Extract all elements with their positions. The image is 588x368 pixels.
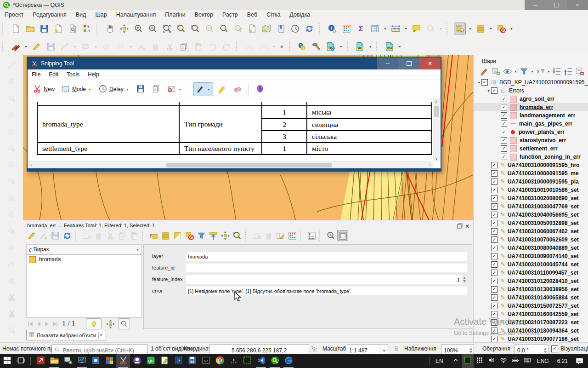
layer-item-function_zoning_in_err[interactable]: ✓function_zoning_in_err — [474, 153, 588, 161]
identify-features-button[interactable]: i — [326, 23, 338, 34]
layer-checkbox[interactable]: ✓ — [501, 154, 507, 160]
layer-checkbox[interactable]: ✓ — [491, 87, 498, 94]
deselect-features-button[interactable] — [495, 23, 507, 34]
snip-close-button[interactable]: ✕ — [419, 58, 441, 69]
toggle-editing-button[interactable] — [30, 40, 42, 52]
menu-растр[interactable]: Растр — [218, 12, 243, 18]
chevron-down-icon[interactable]: ▾ — [24, 45, 28, 49]
float-panel-icon[interactable] — [457, 222, 463, 230]
chevron-down-icon[interactable]: ▾ — [404, 27, 408, 31]
layer-item-ua74100310070062609_set[interactable]: ✓✎UA74100310070062609_set — [474, 236, 588, 244]
layer-checkbox[interactable]: ✓ — [501, 129, 507, 135]
chevron-down-icon[interactable]: ▾ — [509, 27, 514, 31]
field-input-error[interactable]: [1] Невідоме поле 'type'. [1] Відсутнє о… — [186, 287, 467, 295]
layer-checkbox[interactable]: ✓ — [501, 145, 507, 152]
chevron-down-icon[interactable]: ▾ — [88, 87, 92, 92]
input-language-indicator[interactable]: EN — [435, 358, 443, 364]
notification-center-icon[interactable] — [572, 354, 586, 368]
layer-item-ua74100310150072577_set[interactable]: ✓✎UA74100310150072577_set — [474, 302, 588, 310]
layer-item-ua74100310130038956_set[interactable]: ✓✎UA74100310130038956_set — [474, 285, 588, 293]
map-tips-button[interactable] — [410, 23, 422, 34]
collapse-all-button[interactable] — [563, 66, 574, 76]
delay-button[interactable]: Delay▾ — [96, 82, 132, 96]
remove-layer-button[interactable] — [575, 66, 585, 76]
tray-language[interactable]: ENG — [537, 358, 549, 364]
checkbox-checked-icon[interactable]: ✓ — [551, 345, 558, 352]
tray-grid-icon[interactable] — [474, 354, 486, 368]
zoom-actions-button[interactable] — [325, 230, 336, 241]
style-manager-button[interactable]: a — [81, 23, 93, 34]
layer-item-ua74100310040056695_set[interactable]: ✓✎UA74100310040056695_set — [474, 211, 588, 219]
layer-item-ua74100310000091595_hro[interactable]: ✓✎UA74100310000091595_hro — [474, 161, 588, 169]
layer-checkbox[interactable]: ✓ — [491, 270, 498, 276]
layer-item-landmanagement_err[interactable]: ✓landmanagement_err — [474, 111, 588, 120]
menu-налаштування[interactable]: Налаштування — [112, 12, 160, 18]
toolbar-overflow-button[interactable]: » — [278, 43, 285, 50]
save-snip-button[interactable] — [134, 82, 147, 96]
chevron-down-icon[interactable]: ▾ — [380, 346, 388, 355]
layer-checkbox[interactable]: ✓ — [491, 261, 498, 268]
layer-item-settlement_err[interactable]: ✓settlement_err — [474, 144, 588, 153]
layer-item-ua74100310140065884_set[interactable]: ✓✎UA74100310140065884_set — [474, 293, 588, 302]
open-project-button[interactable] — [24, 23, 36, 34]
tray-power-icon[interactable] — [509, 354, 521, 368]
layer-item-ua74100310080040889_set[interactable]: ✓✎UA74100310080040889_set — [474, 244, 588, 252]
spin-down-icon[interactable] — [463, 280, 466, 282]
layer-checkbox[interactable]: ✓ — [491, 228, 498, 235]
layer-item-ua74100310050032898_set[interactable]: ✓✎UA74100310050032898_set — [474, 219, 588, 227]
layer-item-power_plants_err[interactable]: ✓power_plants_err — [474, 128, 588, 136]
spin-up-icon[interactable] — [463, 277, 466, 279]
move-selection-top-button[interactable] — [208, 230, 219, 241]
close-button[interactable]: × — [567, 0, 588, 10]
field-input-feature_id[interactable] — [186, 264, 467, 272]
edit-field-button[interactable] — [275, 230, 286, 241]
sum-features-button[interactable]: Σ — [355, 23, 367, 34]
measure-button[interactable] — [390, 23, 401, 34]
manage-visibility-button[interactable] — [502, 66, 513, 76]
command-prompt-taskbar-button[interactable]: C:\ — [199, 354, 213, 368]
snipping-tool-taskbar-button[interactable] — [116, 354, 130, 368]
pan-map-button[interactable] — [104, 23, 116, 34]
close-panel-icon[interactable]: ✕ — [465, 223, 469, 230]
app-xad-taskbar-button[interactable]: X — [226, 354, 240, 368]
menu-редагування[interactable]: Редагування — [28, 12, 71, 18]
lock-scale-icon[interactable] — [393, 343, 400, 355]
email-snip-button[interactable]: ▾ — [165, 82, 185, 96]
layer-item-starostynstvo_err[interactable]: ✓starostynstvo_err — [474, 136, 588, 144]
feature-list-item[interactable]: hromada — [27, 255, 141, 264]
chevron-down-icon[interactable]: ▾ — [207, 87, 211, 92]
open-layer-styling-button[interactable] — [479, 66, 490, 76]
paint3d-button[interactable] — [253, 82, 267, 96]
zoom-to-feature-button[interactable] — [118, 318, 130, 329]
statistics-button[interactable] — [340, 23, 352, 34]
layer-item-errors[interactable]: ▾✓Errors — [474, 86, 588, 95]
zoom-last-button[interactable] — [218, 23, 230, 34]
tray-expand-icon[interactable] — [450, 354, 462, 368]
add-group-button[interactable] — [491, 66, 501, 76]
app-door-taskbar-button[interactable] — [171, 354, 185, 368]
current-edits-button[interactable] — [10, 40, 22, 52]
temporal-controller-button[interactable] — [289, 23, 301, 34]
app-network-taskbar-button[interactable] — [61, 354, 75, 368]
save-project-as-button[interactable] — [52, 23, 64, 34]
save-project-button[interactable] — [38, 23, 50, 34]
reload-table-button[interactable] — [62, 230, 73, 241]
layer-item-main_gas_pipes_err[interactable]: ✓main_gas_pipes_err — [474, 120, 588, 128]
snip-vertical-scrollbar[interactable]: ∧ ∨ — [433, 98, 440, 162]
copy-snip-button[interactable] — [149, 82, 163, 96]
layer-item-ua74100310030047769_set[interactable]: ✓✎UA74100310030047769_set — [474, 202, 588, 211]
filter-legend-button[interactable] — [519, 66, 529, 76]
layer-item-ua74100310060067462_set[interactable]: ✓✎UA74100310060067462_set — [474, 227, 588, 236]
chevron-down-icon[interactable]: ▾ — [468, 27, 472, 31]
minimize-button[interactable]: ─ — [525, 0, 546, 10]
layer-checkbox[interactable]: ✓ — [491, 195, 498, 201]
spinner[interactable] — [543, 346, 548, 355]
layer-item-bgd_kp_ua74100310000091595_01[interactable]: ▾✓BGD_KP_UA74100310000091595_01 — [474, 78, 588, 86]
xml-tool-button[interactable]: XML — [354, 40, 366, 52]
layer-item-ua74100310180094364_set[interactable]: ✓✎UA74100310180094364_set — [474, 327, 588, 335]
expand-all-button[interactable] — [552, 66, 562, 76]
layer-checkbox[interactable]: ✓ — [491, 236, 498, 243]
field-calculator-button[interactable] — [287, 230, 298, 241]
search-input[interactable] — [62, 347, 147, 354]
chevron-down-icon[interactable]: ▾ — [398, 45, 402, 49]
